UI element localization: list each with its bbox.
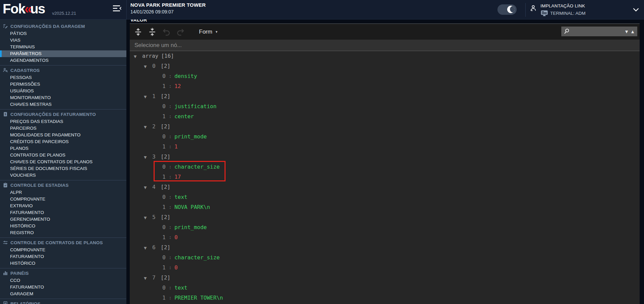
sidebar-section-header: CONTROLE DE CONTRATOS DE PLANOS [0,239,126,246]
sidebar-item-chaves-de-contratos-de-planos[interactable]: CHAVES DE CONTRATOS DE PLANOS [0,159,126,165]
redo-icon[interactable] [176,28,185,36]
collapse-triangle-icon[interactable]: ▼ [134,52,142,62]
tree-key-row: 0:print_mode [130,222,640,232]
tree-value[interactable]: 0 [174,234,178,241]
tree-value[interactable]: 1 [174,143,178,150]
collapse-all-icon[interactable] [148,28,157,36]
tree-value[interactable]: 12 [174,83,181,89]
tree-key-value[interactable]: text [174,285,188,291]
tree-root-count: [16] [161,53,174,59]
tree-value[interactable]: center [174,113,194,120]
tree-value[interactable]: 0 [174,264,178,271]
undo-icon[interactable] [162,28,171,36]
sidebar-item-historico[interactable]: HISTÓRICO [0,260,126,267]
sidebar-item-garagem[interactable]: GARAGEM [0,291,126,297]
sidebar-item-alpr[interactable]: ALPR [0,189,126,196]
tree-key-value[interactable]: text [174,194,188,200]
collapse-triangle-icon[interactable]: ▼ [144,243,152,253]
sidebar-item-terminais[interactable]: TERMINAIS [0,44,126,50]
collapse-triangle-icon[interactable]: ▼ [144,122,152,132]
sidebar-item-patios[interactable]: PÁTIOS [0,30,126,37]
search-next-icon[interactable]: ▼ [624,29,629,34]
sidebar-item-extravio[interactable]: EXTRAVIO [0,203,126,209]
invoice-icon: $ [3,112,8,117]
editor-toolbar: Form ▼ ▼ ▲ [130,24,640,40]
sidebar-item-chaves-mestras[interactable]: CHAVES MESTRAS [0,101,126,108]
tree-value-row: 1:NOVA PARK\n [130,202,640,212]
expand-all-icon[interactable] [134,28,143,36]
tree-key-value[interactable]: character_size [174,164,220,170]
sidebar-item-usuarios[interactable]: USUÁRIOS [0,88,126,94]
header: Fok«us v2025.12.21 NOVA PARK PREMIER TOW… [0,0,644,19]
tree-root-row: ▼array[16] [130,51,640,61]
tree-item-count: [2] [161,154,170,160]
collapse-triangle-icon[interactable]: ▼ [144,153,152,163]
tree-item: ▼2[2] 0:print_mode 1:1 [130,122,640,152]
tree-key-value[interactable]: print_mode [174,133,207,140]
sidebar-item-monitoramento[interactable]: MONITORAMENTO [0,94,126,101]
tree-key-value[interactable]: justification [174,103,216,110]
colon-separator: : [169,235,171,240]
tree-value[interactable]: 17 [174,174,181,180]
tree-value[interactable]: NOVA PARK\n [174,204,210,210]
sidebar-item-pessoas[interactable]: PESSOAS [0,74,126,81]
search-input[interactable] [571,29,623,35]
sidebar-item-agendamentos[interactable]: AGENDAMENTOS [0,57,126,64]
sidebar-collapse-icon[interactable] [113,5,122,12]
sidebar-item-comprovante[interactable]: COMPROVANTE [0,247,126,253]
tree-key-row: 0:character_size [130,162,640,172]
sidebar-item-series-de-documentos-fiscais[interactable]: SÉRIES DE DOCUMENTOS FISCAIS [0,165,126,172]
mode-dropdown[interactable]: Form ▼ [199,29,218,35]
node-select-input[interactable]: Selecione um nó... [130,40,640,51]
sidebar-item-faturamento[interactable]: FATURAMENTO [0,284,126,291]
sidebar-item-registro[interactable]: REGISTRO [0,229,126,236]
tree-key-row: 0:justification [130,101,640,112]
sidebar-item-cco[interactable]: CCO [0,277,126,284]
sidebar-item-modalidades-de-pagamento[interactable]: MODALIDADES DE PAGAMENTO [0,132,126,138]
sidebar-item-parceiros[interactable]: PARCEIROS [0,125,126,132]
sidebar-item-gerenciamento[interactable]: GERENCIAMENTO [0,216,126,223]
chevron-down-icon[interactable] [633,7,639,12]
tree-item: ▼4[2] 0:text 1:NOVA PARK\n [130,182,640,212]
dark-mode-toggle[interactable] [497,4,517,15]
sidebar-item-historico[interactable]: HISTÓRICO [0,223,126,229]
sidebar-item-contratos-de-planos[interactable]: CONTRATOS DE PLANOS [0,152,126,159]
clipboard-check-icon [3,182,8,188]
tree-key-value[interactable]: character_size [174,254,220,261]
pair-index-1: 1 [162,143,166,150]
sidebar-section-header: $ CONFIGURAÇÕES DE FATURAMENTO [0,111,126,118]
sidebar-item-faturamento[interactable]: FATURAMENTO [0,253,126,260]
page-title: NOVA PARK PREMIER TOWER [130,2,206,8]
sidebar-item-creditos-de-parceiros[interactable]: CRÉDITOS DE PARCEIROS [0,138,126,145]
sidebar-item-vias[interactable]: VIAS [0,37,126,44]
app-version: v2025.12.21 [52,11,76,16]
pair-index-1: 1 [162,174,166,180]
sidebar-item-permissoes[interactable]: PERMISSÕES [0,81,126,88]
colon-separator: : [169,165,171,169]
pair-index-1: 1 [162,113,166,120]
sidebar-item-comprovante[interactable]: COMPROVANTE [0,196,126,203]
sidebar-item-faturamento[interactable]: FATURAMENTO [0,209,126,216]
tree-item-index: 4 [152,182,161,192]
search-prev-icon[interactable]: ▲ [630,29,635,34]
collapse-triangle-icon[interactable]: ▼ [144,62,152,72]
collapse-triangle-icon[interactable]: ▼ [144,183,152,193]
sidebar-item-planos[interactable]: PLANOS [0,145,126,152]
collapse-triangle-icon[interactable]: ▼ [144,92,152,102]
tree-key-row: 0:text [130,192,640,202]
sidebar-item-precos-das-estadias[interactable]: PREÇOS DAS ESTADIAS [0,118,126,125]
sidebar-item-vouchers[interactable]: VOUCHERS [0,172,126,179]
tree-array-row: ▼5[2] [130,212,640,222]
mode-caret-icon: ▼ [215,30,218,34]
collapse-triangle-icon[interactable]: ▼ [144,273,152,284]
collapse-triangle-icon[interactable]: ▼ [144,213,152,223]
tree-key-value[interactable]: print_mode [174,224,207,230]
sidebar-section-header: PAINÉIS [0,270,126,276]
colon-separator: : [169,74,171,79]
sidebar-item-parametros[interactable]: PARÂMETROS [0,50,126,57]
tree-value[interactable]: PREMIER TOWER\n [174,295,223,301]
bar-chart-icon [3,270,8,276]
pair-index-0: 0 [162,103,166,110]
tree-key-value[interactable]: density [174,73,197,79]
pair-index-0: 0 [162,164,166,170]
